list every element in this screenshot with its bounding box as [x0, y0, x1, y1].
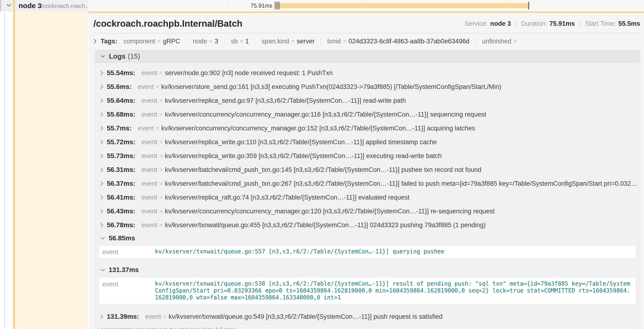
log-entry-row[interactable]: 55.54ms: event = server/node.go:902 [n3]… [95, 66, 640, 80]
chevron-right-icon[interactable] [100, 154, 103, 158]
log-field-key: event [142, 97, 157, 104]
chevron-right-icon[interactable] [94, 38, 97, 44]
log-field-value: kv/kvserver/batcheval/cmd_push_txn.go:26… [165, 180, 640, 188]
indent-guide [0, 0, 1, 12]
chevron-right-icon[interactable] [100, 84, 103, 89]
log-tick-mark [274, 2, 275, 10]
chevron-down-icon[interactable] [100, 237, 105, 240]
log-entry-row[interactable]: 55.64ms: event = kv/kvserver/replica_sen… [95, 94, 640, 108]
span-row[interactable]: node 3 /cockroach.roach… 75.91ms [0, 0, 644, 12]
log-entry-row[interactable]: 56.31ms: event = kv/kvserver/batcheval/c… [95, 163, 640, 177]
span-timeline[interactable]: 75.91ms [88, 0, 644, 12]
service-value: node 3 [490, 20, 511, 28]
equals-sign: = [163, 313, 166, 320]
log-timestamp: 55.6ms: [107, 83, 132, 90]
tag-value: 024d3323-6c8f-4863-aa8b-37ab0e63496d [348, 38, 469, 45]
chevron-right-icon[interactable] [100, 167, 103, 172]
equals-sign: = [160, 194, 163, 201]
divider [580, 20, 580, 27]
log-entry-row[interactable]: 56.41ms: event = kv/kvserver/replica_raf… [95, 190, 640, 204]
log-field-value: kv/kvserver/replica_send.go:97 [n3,s3,r6… [165, 97, 406, 104]
log-field-key: event [142, 152, 157, 160]
equals-sign: = [160, 152, 163, 159]
service-label: Service: [464, 20, 488, 28]
logs-accordion: Logs (15) 55.54ms: event = server/node.g… [94, 50, 640, 329]
tag-item: node = 3 [193, 38, 218, 45]
equals-sign: = [209, 38, 212, 44]
equals-sign: = [156, 84, 159, 90]
span-detail-header: /cockroach.roachpb.Internal/Batch Servic… [94, 13, 640, 34]
tag-key: span.kind [262, 38, 289, 45]
logs-footer-note: Log timestamps are relative to the start… [95, 324, 640, 329]
log-entry-row-expanded[interactable]: 56.85ms [95, 232, 640, 244]
log-field-key: event [145, 313, 161, 320]
log-field-key: event [142, 70, 157, 77]
tag-key: unfinished [482, 38, 512, 45]
log-entry-row[interactable]: 55.72ms: event = kv/kvserver/replica_wri… [95, 135, 640, 149]
chevron-right-icon[interactable] [100, 112, 103, 117]
log-timestamp: 56.31ms: [107, 166, 136, 174]
divider [321, 38, 321, 45]
divider [476, 38, 476, 45]
equals-sign: = [160, 139, 163, 146]
log-timestamp: 56.43ms: [107, 208, 136, 215]
start-time-value: 55.5ms [618, 20, 640, 28]
log-entry-row[interactable]: 56.78ms: event = kv/kvserver/txnwait/que… [95, 218, 640, 232]
log-tick-mark [278, 2, 278, 10]
log-entry-row[interactable]: 55.6ms: event = kv/kvserver/store_send.g… [95, 80, 640, 94]
logs-list: 55.54ms: event = server/node.go:902 [n3]… [95, 63, 640, 329]
duration-label: Duration: [521, 20, 547, 28]
equals-sign: = [160, 180, 163, 187]
indent-guide [4, 12, 5, 329]
span-duration-bar[interactable] [275, 3, 530, 8]
log-entry-row-expanded[interactable]: 131.37ms [95, 264, 640, 276]
log-entry-row[interactable]: 55.68ms: event = kv/kvserver/concurrency… [95, 108, 640, 121]
equals-sign: = [160, 97, 163, 104]
log-entry-row[interactable]: 56.43ms: event = kv/kvserver/concurrency… [95, 204, 640, 218]
span-name-column[interactable]: node 3 /cockroach.roach… [0, 0, 88, 12]
log-field-key: event [142, 180, 157, 188]
chevron-right-icon[interactable] [100, 98, 103, 103]
log-timestamp: 56.85ms [109, 234, 135, 242]
logs-accordion-header[interactable]: Logs (15) [95, 50, 640, 63]
log-entry-row[interactable]: 131.39ms: event = kv/kvserver/txnwait/qu… [95, 310, 640, 324]
log-field-value: kv/kvserver/concurrency/concurrency_mana… [161, 125, 475, 132]
chevron-right-icon[interactable] [100, 126, 103, 131]
log-field-key: event [142, 194, 157, 201]
tag-item: sb = 1 [231, 38, 249, 45]
chevron-right-icon[interactable] [100, 209, 103, 214]
chevron-right-icon[interactable] [100, 314, 103, 319]
chevron-right-icon[interactable] [100, 70, 103, 75]
tag-item: span.kind = server [262, 38, 314, 45]
chevron-down-icon[interactable] [100, 268, 105, 272]
log-field-value: kv/kvserver/replica_raft.go:74 [n3,s3,r6… [165, 194, 410, 201]
log-timestamp: 131.37ms [109, 266, 139, 274]
log-field-value: kv/kvserver/store_send.go:161 [n3,s3] ex… [161, 83, 501, 90]
tags-accordion[interactable]: Tags: component = gRPC node = 3 sb = 1 s… [94, 36, 640, 47]
service-name: node 3 [18, 0, 42, 12]
log-field-value: server/node.go:902 [n3] node received re… [165, 70, 333, 77]
equals-sign: = [160, 70, 163, 76]
log-entry-row[interactable]: 55.73ms: event = kv/kvserver/replica_wri… [95, 149, 640, 163]
log-field-value: kv/kvserver/txnwait/queue.go:557 [n3,s3,… [155, 248, 444, 256]
logs-count: (15) [128, 52, 140, 60]
timeline-gridline [227, 0, 228, 12]
chevron-right-icon[interactable] [100, 181, 103, 186]
chevron-right-icon[interactable] [100, 223, 103, 228]
tags-label: Tags: [100, 38, 117, 45]
log-field-key: event [142, 222, 157, 229]
tag-key: component [124, 38, 156, 45]
log-field-value: kv/kvserver/concurrency/concurrency_mana… [165, 111, 486, 118]
equals-sign: = [240, 38, 243, 44]
tag-key: node [193, 38, 207, 45]
chevron-down-icon[interactable] [100, 55, 105, 58]
chevron-down-icon[interactable] [6, 4, 12, 7]
log-field-value: kv/kvserver/batcheval/cmd_push_txn.go:14… [165, 166, 482, 174]
log-entry-row[interactable]: 56.37ms: event = kv/kvserver/batcheval/c… [95, 177, 640, 190]
chevron-right-icon[interactable] [100, 140, 103, 144]
log-entry-row[interactable]: 55.7ms: event = kv/kvserver/concurrency/… [95, 121, 640, 135]
log-field-key: event [142, 111, 157, 118]
chevron-right-icon[interactable] [100, 195, 103, 200]
log-timestamp: 56.41ms: [107, 194, 136, 201]
tag-value: gRPC [163, 38, 180, 45]
